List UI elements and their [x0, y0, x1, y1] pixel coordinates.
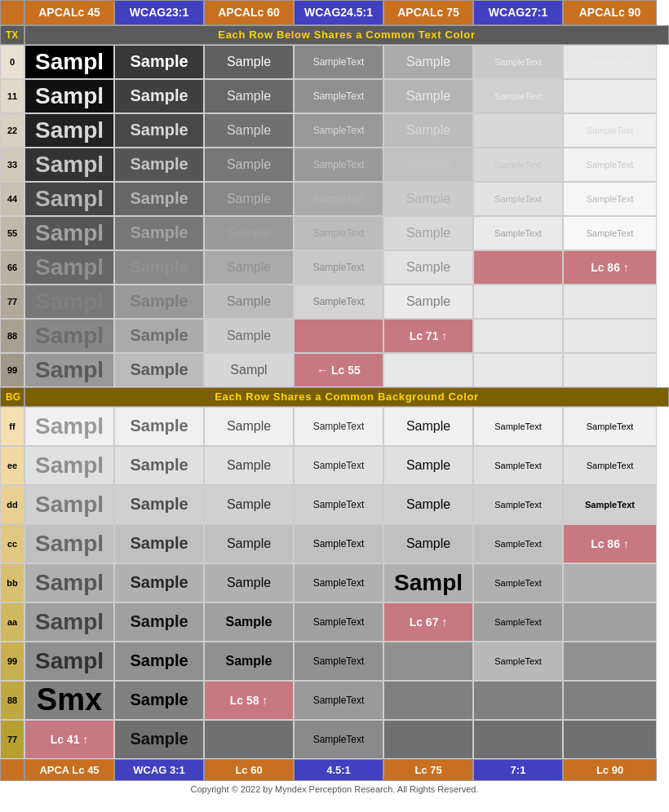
bg-cell: Sampl [24, 407, 114, 446]
bg-data-row: aaSamplSampleSampleSampleTextLc 67 ↑Samp… [0, 602, 669, 642]
bg-cell: SampleText [294, 720, 383, 759]
footer-col6: Lc 90 [563, 759, 657, 781]
footer-col5: 7:1 [473, 759, 563, 781]
tx-cell: Sample [383, 250, 473, 285]
row-label-tx: 66 [0, 250, 24, 285]
tx-cell: SampleText [473, 113, 563, 148]
footer-row: APCA Lc 45 WCAG 3:1 Lc 60 4.5:1 Lc 75 7:… [0, 759, 669, 781]
bg-cell: SampleText [473, 485, 563, 524]
tx-cell: Sample [383, 79, 473, 113]
bg-cell: Lc 67 ↑ [383, 602, 473, 642]
row-label-tx: 44 [0, 182, 24, 216]
row-label-bg: 99 [0, 642, 24, 681]
tx-cell: Sample [204, 250, 294, 285]
bg-cell: SampleText [473, 602, 563, 642]
tx-cell [563, 285, 657, 319]
bg-cell: SampleText [294, 446, 383, 485]
tx-cell: SampleText [563, 45, 657, 79]
header-col6: APCALc 90 [563, 0, 657, 25]
tx-cell [383, 353, 473, 387]
tx-cell: Sample [204, 319, 294, 353]
bg-cell: Sample [114, 720, 204, 759]
tx-cell: Sample [383, 216, 473, 250]
tx-cell: SampleText [473, 182, 563, 216]
tx-cell: SampleText [294, 182, 383, 216]
tx-data-row: 66SamplSampleSampleSampleTextSampleLc 86… [0, 250, 669, 285]
bg-data-row: ddSamplSampleSampleSampleTextSampleSampl… [0, 485, 669, 524]
bg-data-row: ccSamplSampleSampleSampleTextSampleSampl… [0, 524, 669, 563]
tx-cell: Sampl [24, 45, 114, 79]
bg-cell: SampleText [563, 407, 657, 446]
bg-cell: Sample [114, 642, 204, 681]
row-label-tx: 99 [0, 353, 24, 387]
tx-cell [473, 353, 563, 387]
tx-cell: Sample [114, 182, 204, 216]
tx-description: Each Row Below Shares a Common Text Colo… [24, 25, 669, 45]
tx-cell: Sample [204, 216, 294, 250]
tx-data-row: 55SamplSampleSampleSampleTextSampleSampl… [0, 216, 669, 250]
tx-cell: SampleText [294, 148, 383, 182]
bg-cell: SampleText [294, 681, 383, 720]
bg-cell [473, 720, 563, 759]
footer-col2: Lc 60 [204, 759, 294, 781]
tx-cell: SampleText [473, 79, 563, 113]
tx-cell: Sample [204, 79, 294, 113]
tx-cell: Sample [383, 182, 473, 216]
bg-cell: Sampl [383, 563, 473, 602]
tx-cell: Lc 71 ↑ [383, 319, 473, 353]
bg-cell: Sample [114, 563, 204, 602]
bg-cell [563, 720, 657, 759]
tx-cell: SampleText [294, 285, 383, 319]
tx-cell: Sampl [24, 148, 114, 182]
tx-cell: ← Lc 55 [294, 353, 383, 387]
bg-cell [383, 681, 473, 720]
tx-cell: Sampl [24, 250, 114, 285]
bg-cell: Sample [204, 602, 294, 642]
bg-cell: Sampl [24, 524, 114, 563]
tx-data-row: 99SamplSampleSampl← Lc 55 [0, 353, 669, 387]
row-label-tx: 88 [0, 319, 24, 353]
tx-cell: SampleText [563, 182, 657, 216]
tx-cell: Sample [383, 45, 473, 79]
tx-cell: Sample [114, 79, 204, 113]
bg-cell: SampleText [294, 524, 383, 563]
bg-cell: Sampl [24, 446, 114, 485]
tx-data-row: 77SamplSampleSampleSampleTextSample [0, 285, 669, 319]
tx-cell: SampleText [294, 45, 383, 79]
bg-cell: Sample [383, 407, 473, 446]
tx-cell: SampleText [563, 148, 657, 182]
bg-cell: Sample [114, 681, 204, 720]
tx-cell: SampleText [563, 113, 657, 148]
bg-data-row: 99SamplSampleSampleSampleTextSampleText [0, 642, 669, 681]
bg-rows-container: ffSamplSampleSampleSampleTextSampleSampl… [0, 407, 669, 759]
bg-cell: SampleText [473, 524, 563, 563]
tx-cell: SampleText [563, 79, 657, 113]
row-label-bg: aa [0, 602, 24, 642]
header-col4: APCALc 75 [383, 0, 473, 25]
row-label-tx: 22 [0, 113, 24, 148]
bg-cell: Sample [204, 524, 294, 563]
row-label-tx: 55 [0, 216, 24, 250]
bg-cell: SampleText [294, 407, 383, 446]
bg-cell: Lc 86 ↑ [563, 524, 657, 563]
tx-cell: Sample [114, 216, 204, 250]
footer-col4: Lc 75 [383, 759, 473, 781]
bg-label: BG [0, 387, 24, 407]
bg-cell: SampleText [294, 485, 383, 524]
tx-cell: Sample [114, 285, 204, 319]
bg-cell: Sample [114, 407, 204, 446]
tx-cell [563, 353, 657, 387]
tx-cell: SampleText [473, 148, 563, 182]
tx-cell: Sample [114, 319, 204, 353]
tx-label: TX [0, 25, 24, 45]
bg-cell: SampleText [294, 602, 383, 642]
tx-cell: Sample [204, 285, 294, 319]
tx-cell: Sample [114, 148, 204, 182]
row-label-bg: 77 [0, 720, 24, 759]
bg-cell: SampleText [563, 446, 657, 485]
bg-cell [383, 720, 473, 759]
header-col1: WCAG23:1 [114, 0, 204, 25]
bg-cell: Smx [24, 681, 114, 720]
row-label-tx: 77 [0, 285, 24, 319]
tx-cell: SampleText [294, 79, 383, 113]
